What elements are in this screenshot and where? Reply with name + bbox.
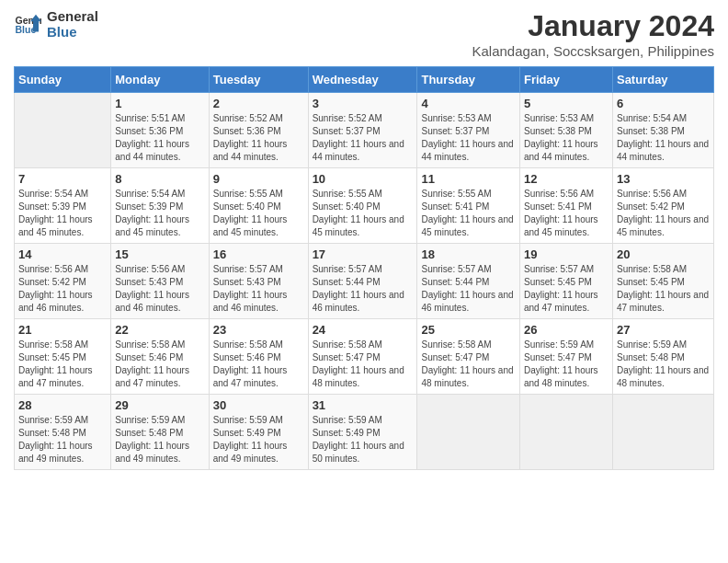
day-number: 30 <box>213 398 304 412</box>
day-number: 19 <box>524 247 609 261</box>
calendar-cell: 23Sunrise: 5:58 AMSunset: 5:46 PMDayligh… <box>209 319 308 395</box>
day-number: 24 <box>313 323 414 337</box>
day-number: 25 <box>421 323 516 337</box>
day-number: 23 <box>213 323 304 337</box>
calendar-cell: 11Sunrise: 5:55 AMSunset: 5:41 PMDayligh… <box>417 168 520 244</box>
day-info: Sunrise: 5:52 AMSunset: 5:37 PMDaylight:… <box>313 112 414 164</box>
day-number: 22 <box>115 323 204 337</box>
day-number: 15 <box>115 247 204 261</box>
svg-text:Blue: Blue <box>16 24 37 35</box>
calendar-cell: 15Sunrise: 5:56 AMSunset: 5:43 PMDayligh… <box>111 244 209 319</box>
calendar-cell: 29Sunrise: 5:59 AMSunset: 5:48 PMDayligh… <box>111 395 209 470</box>
title-section: January 2024 Kalandagan, Soccsksargen, P… <box>472 9 714 59</box>
calendar-cell: 21Sunrise: 5:58 AMSunset: 5:45 PMDayligh… <box>15 319 111 395</box>
logo: General Blue General Blue <box>14 9 98 40</box>
calendar-cell: 30Sunrise: 5:59 AMSunset: 5:49 PMDayligh… <box>209 395 308 470</box>
day-number: 21 <box>18 323 107 337</box>
calendar-body: 1Sunrise: 5:51 AMSunset: 5:36 PMDaylight… <box>15 93 714 470</box>
day-number: 3 <box>313 97 414 110</box>
day-info: Sunrise: 5:58 AMSunset: 5:45 PMDaylight:… <box>18 339 107 390</box>
day-info: Sunrise: 5:55 AMSunset: 5:41 PMDaylight:… <box>421 188 516 239</box>
day-info: Sunrise: 5:59 AMSunset: 5:48 PMDaylight:… <box>115 414 204 465</box>
calendar-cell <box>612 395 713 470</box>
day-info: Sunrise: 5:59 AMSunset: 5:47 PMDaylight:… <box>524 339 609 390</box>
calendar-cell: 8Sunrise: 5:54 AMSunset: 5:39 PMDaylight… <box>111 168 209 244</box>
day-info: Sunrise: 5:51 AMSunset: 5:36 PMDaylight:… <box>115 112 204 164</box>
day-info: Sunrise: 5:57 AMSunset: 5:44 PMDaylight:… <box>313 263 414 315</box>
calendar-cell: 2Sunrise: 5:52 AMSunset: 5:36 PMDaylight… <box>209 93 308 168</box>
calendar-week-4: 28Sunrise: 5:59 AMSunset: 5:48 PMDayligh… <box>15 395 714 470</box>
day-info: Sunrise: 5:56 AMSunset: 5:43 PMDaylight:… <box>115 263 204 315</box>
calendar-week-2: 14Sunrise: 5:56 AMSunset: 5:42 PMDayligh… <box>15 244 714 319</box>
day-info: Sunrise: 5:56 AMSunset: 5:42 PMDaylight:… <box>18 263 107 315</box>
calendar-cell: 28Sunrise: 5:59 AMSunset: 5:48 PMDayligh… <box>15 395 111 470</box>
day-info: Sunrise: 5:59 AMSunset: 5:48 PMDaylight:… <box>617 339 710 390</box>
day-info: Sunrise: 5:56 AMSunset: 5:41 PMDaylight:… <box>524 188 609 239</box>
calendar-cell: 10Sunrise: 5:55 AMSunset: 5:40 PMDayligh… <box>308 168 417 244</box>
day-number: 16 <box>213 247 304 261</box>
day-number: 1 <box>115 97 204 110</box>
calendar-cell: 14Sunrise: 5:56 AMSunset: 5:42 PMDayligh… <box>15 244 111 319</box>
day-info: Sunrise: 5:59 AMSunset: 5:49 PMDaylight:… <box>213 414 304 465</box>
day-info: Sunrise: 5:57 AMSunset: 5:45 PMDaylight:… <box>524 263 609 315</box>
col-friday: Friday <box>520 67 613 93</box>
calendar-cell: 31Sunrise: 5:59 AMSunset: 5:49 PMDayligh… <box>308 395 417 470</box>
day-info: Sunrise: 5:58 AMSunset: 5:47 PMDaylight:… <box>421 339 516 390</box>
day-number: 14 <box>18 247 107 261</box>
day-number: 13 <box>617 172 710 186</box>
calendar-cell: 16Sunrise: 5:57 AMSunset: 5:43 PMDayligh… <box>209 244 308 319</box>
calendar-cell: 1Sunrise: 5:51 AMSunset: 5:36 PMDaylight… <box>111 93 209 168</box>
day-info: Sunrise: 5:59 AMSunset: 5:48 PMDaylight:… <box>18 414 107 465</box>
day-info: Sunrise: 5:58 AMSunset: 5:46 PMDaylight:… <box>213 339 304 390</box>
calendar-cell: 18Sunrise: 5:57 AMSunset: 5:44 PMDayligh… <box>417 244 520 319</box>
day-number: 7 <box>18 172 107 186</box>
calendar-cell: 24Sunrise: 5:58 AMSunset: 5:47 PMDayligh… <box>308 319 417 395</box>
day-number: 9 <box>213 172 304 186</box>
subtitle: Kalandagan, Soccsksargen, Philippines <box>472 43 714 59</box>
calendar-cell: 9Sunrise: 5:55 AMSunset: 5:40 PMDaylight… <box>209 168 308 244</box>
calendar-cell <box>417 395 520 470</box>
calendar-cell: 3Sunrise: 5:52 AMSunset: 5:37 PMDaylight… <box>308 93 417 168</box>
day-info: Sunrise: 5:58 AMSunset: 5:45 PMDaylight:… <box>617 263 710 315</box>
day-info: Sunrise: 5:58 AMSunset: 5:47 PMDaylight:… <box>313 339 414 390</box>
calendar-cell: 25Sunrise: 5:58 AMSunset: 5:47 PMDayligh… <box>417 319 520 395</box>
calendar-week-1: 7Sunrise: 5:54 AMSunset: 5:39 PMDaylight… <box>15 168 714 244</box>
col-saturday: Saturday <box>612 67 713 93</box>
day-info: Sunrise: 5:53 AMSunset: 5:37 PMDaylight:… <box>421 112 516 164</box>
day-number: 27 <box>617 323 710 337</box>
calendar-week-3: 21Sunrise: 5:58 AMSunset: 5:45 PMDayligh… <box>15 319 714 395</box>
calendar-cell: 20Sunrise: 5:58 AMSunset: 5:45 PMDayligh… <box>612 244 713 319</box>
day-number: 5 <box>524 97 609 110</box>
calendar-cell: 19Sunrise: 5:57 AMSunset: 5:45 PMDayligh… <box>520 244 613 319</box>
day-number: 26 <box>524 323 609 337</box>
calendar-table: Sunday Monday Tuesday Wednesday Thursday… <box>14 66 714 470</box>
calendar-cell: 27Sunrise: 5:59 AMSunset: 5:48 PMDayligh… <box>612 319 713 395</box>
day-info: Sunrise: 5:58 AMSunset: 5:46 PMDaylight:… <box>115 339 204 390</box>
calendar-cell: 6Sunrise: 5:54 AMSunset: 5:38 PMDaylight… <box>612 93 713 168</box>
logo-line2: Blue <box>47 25 98 40</box>
calendar-cell: 22Sunrise: 5:58 AMSunset: 5:46 PMDayligh… <box>111 319 209 395</box>
col-wednesday: Wednesday <box>308 67 417 93</box>
logo-line1: General <box>47 9 98 25</box>
day-number: 31 <box>313 398 414 412</box>
page-container: General Blue General Blue January 2024 K… <box>0 0 728 563</box>
day-info: Sunrise: 5:53 AMSunset: 5:38 PMDaylight:… <box>524 112 609 164</box>
calendar-cell <box>15 93 111 168</box>
col-sunday: Sunday <box>15 67 111 93</box>
day-number: 18 <box>421 247 516 261</box>
logo-icon: General Blue <box>14 11 41 39</box>
calendar-cell <box>520 395 613 470</box>
day-number: 10 <box>313 172 414 186</box>
calendar-cell: 7Sunrise: 5:54 AMSunset: 5:39 PMDaylight… <box>15 168 111 244</box>
day-number: 6 <box>617 97 710 110</box>
day-info: Sunrise: 5:52 AMSunset: 5:36 PMDaylight:… <box>213 112 304 164</box>
calendar-cell: 5Sunrise: 5:53 AMSunset: 5:38 PMDaylight… <box>520 93 613 168</box>
day-number: 29 <box>115 398 204 412</box>
day-number: 17 <box>313 247 414 261</box>
header: General Blue General Blue January 2024 K… <box>14 9 714 59</box>
header-row: Sunday Monday Tuesday Wednesday Thursday… <box>15 67 714 93</box>
day-info: Sunrise: 5:55 AMSunset: 5:40 PMDaylight:… <box>313 188 414 239</box>
day-number: 20 <box>617 247 710 261</box>
day-number: 11 <box>421 172 516 186</box>
calendar-cell: 26Sunrise: 5:59 AMSunset: 5:47 PMDayligh… <box>520 319 613 395</box>
